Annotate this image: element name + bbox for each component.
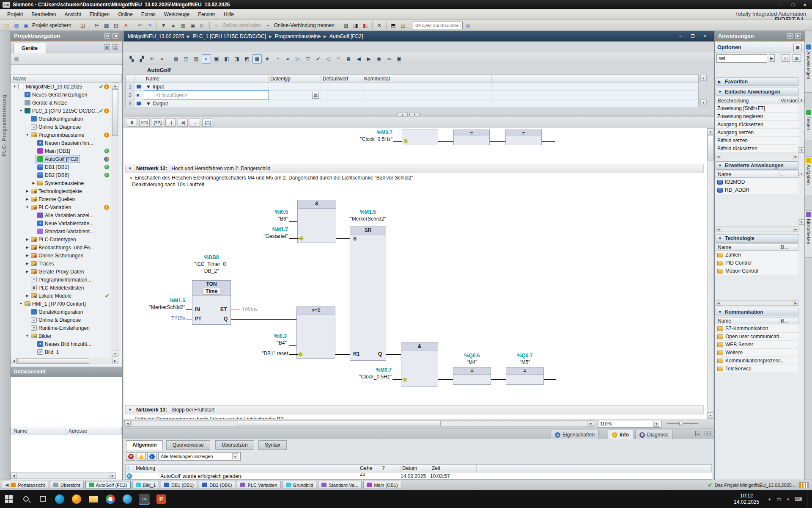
taskbar-standard-va[interactable]: Standard-Va... — [318, 481, 362, 489]
favorite-or-box-button[interactable]: >=1 — [139, 119, 150, 127]
row-expander-icon[interactable]: ▼ — [146, 101, 151, 107]
col-version[interactable]: . — [779, 171, 798, 177]
expander-closed-icon[interactable]: ▶ — [25, 294, 30, 298]
explorer-icon[interactable] — [88, 494, 99, 505]
maximize-button[interactable]: □ — [788, 1, 798, 8]
instr-hscroll-right-icon[interactable]: ▶ — [793, 300, 798, 306]
section-erweiterte-anweisungen[interactable]: ▼Erweiterte Anweisungen — [716, 161, 798, 170]
splitter-up-icon[interactable]: ▲ — [398, 113, 408, 116]
instr-hscroll-track[interactable] — [716, 154, 798, 159]
collapse-panel-icon[interactable]: ◀ — [112, 33, 118, 39]
expander-closed-icon[interactable]: ▶ — [25, 262, 30, 265]
iface-datentyp-cell[interactable] — [269, 100, 321, 107]
comment-toggle-icon[interactable]: ◐ — [202, 54, 211, 64]
tray-volume-icon[interactable]: ◖ — [786, 496, 789, 502]
favorite-empty-box-button[interactable]: [??] — [152, 119, 163, 127]
tab-geraete[interactable]: Geräte — [13, 43, 46, 53]
breadcrumb-item[interactable]: PLC_1 [CPU 1215C DC/DC/DC] — [193, 33, 266, 39]
absolute-operands-icon[interactable]: ▤ — [171, 54, 181, 64]
tree-vscroll-up-icon[interactable]: ▲ — [112, 83, 118, 89]
instruction-open-user-communicati[interactable]: Open user communicati... — [716, 333, 798, 341]
zoom-combo[interactable]: 110% ▼ — [598, 420, 661, 428]
message-filter-dropdown-icon[interactable]: ▼ — [232, 453, 238, 459]
cut-icon[interactable]: ✂ — [93, 21, 101, 30]
instruction-s7-kommunikation[interactable]: S7-Kommunikation — [716, 325, 798, 333]
detail-hscroll-track[interactable] — [11, 472, 116, 479]
subtab-allgemein[interactable]: Allgemein — [126, 440, 163, 450]
subtab-syntax[interactable]: Syntax — [258, 440, 287, 450]
breadcrumb-item[interactable]: AutoGolf [FC2] — [329, 33, 363, 39]
taskbar-plc-variablen[interactable]: PLC Variablen — [237, 481, 280, 489]
tree-item-ger-tekonfiguration[interactable]: Gerätekonfiguration — [11, 115, 111, 123]
delete-network-icon[interactable]: ▞ — [137, 54, 146, 64]
tree-item-runtime-einstellungen[interactable]: YRuntime-Einstellungen — [11, 324, 111, 332]
taskbar-bild-1[interactable]: Bild_1 — [132, 481, 159, 489]
split-horizontal-icon[interactable]: ⬒ — [389, 21, 398, 30]
iface-kommentar-cell[interactable] — [362, 91, 492, 99]
iface-name-cell[interactable]: ▼Output — [144, 100, 269, 107]
detail-view-header[interactable]: Detailansicht — [11, 367, 122, 377]
cross-references-icon[interactable]: ✕ — [375, 21, 384, 30]
fbd-operand-label[interactable]: %M0.7"Clock_0.5Hz" — [359, 367, 392, 380]
chrome-icon[interactable] — [105, 494, 116, 505]
tree-item-plc-variablen[interactable]: ▼PLC-Variablen! — [11, 203, 111, 211]
side-tab-anweisungen[interactable]: Anweisungen — [805, 43, 812, 93]
iface-name-cell[interactable]: ▼Input — [144, 83, 269, 90]
disconnect-plug-label[interactable]: Online-Verbindung trennen — [274, 22, 334, 28]
favorite-assign-button[interactable]: -| — [165, 119, 176, 127]
tray-network-icon[interactable]: ▭ — [776, 496, 781, 502]
split-vertical-icon[interactable]: ◫ — [399, 21, 407, 30]
page-view-icon[interactable]: ▦ — [104, 44, 110, 50]
fbd-operand-label[interactable]: %M1.5"MerkerSchild2" — [149, 297, 185, 311]
expander-open-icon[interactable]: ▼ — [12, 85, 17, 88]
col-version[interactable]: Version — [779, 98, 798, 104]
redo-icon[interactable]: ↷ — [145, 21, 154, 30]
inspector-collapse-icon[interactable]: ▾ — [705, 431, 710, 436]
search-project-icon[interactable]: ◎ — [464, 21, 472, 30]
print-icon[interactable]: ◫ — [79, 21, 87, 30]
instruction-ausgang-setzen[interactable]: Ausgang setzen — [716, 129, 798, 137]
iface-name-cell[interactable]: <Hinzufügen> — [144, 91, 269, 99]
message-col-zeit[interactable]: Zeit — [430, 465, 477, 472]
tree-hscroll-thumb[interactable] — [17, 358, 89, 364]
start-button[interactable] — [3, 494, 14, 505]
network-title-bar[interactable]: ▼Netzwerk 12:Hoch und Herabfahren vom 2.… — [125, 164, 704, 173]
taskbar-search-icon[interactable] — [20, 494, 31, 505]
tree-item-systembausteine[interactable]: ▶Systembausteine — [11, 179, 111, 187]
section-expanded-icon[interactable]: ▼ — [718, 310, 722, 314]
tree-item-online-diagnose[interactable]: ¿Online & Diagnose — [11, 123, 111, 131]
iface-row-output[interactable]: 3▼Output — [126, 100, 698, 108]
tree-item-neuen-baustein-hin[interactable]: ✶Neuen Baustein hin... — [11, 139, 111, 147]
compile-icon[interactable]: ▷ — [293, 54, 302, 64]
network-title-bar[interactable]: ▼Netzwerk 13:Stopp bei Frühstart — [125, 405, 704, 414]
tree-item-db1-db1[interactable]: DB1 [DB1] — [11, 163, 111, 171]
upload-from-device-icon[interactable]: ▲ — [169, 21, 178, 30]
taskbar-db2-db6[interactable]: DB2 (DB6) — [199, 481, 235, 489]
taskbar-portalansicht[interactable]: ◀Portalansicht — [2, 481, 48, 489]
instr-hscroll-left-icon[interactable]: ◀ — [716, 154, 721, 159]
fbd-operand-label[interactable]: %M1.5"MerkerSchild2" — [330, 209, 406, 222]
section-favoriten[interactable]: ▶Favoriten — [716, 77, 798, 86]
fbd-operand-label[interactable]: %Q0.7"M5" — [487, 352, 563, 366]
menu-hilfe[interactable]: Hilfe — [220, 10, 238, 19]
tree-item-beobachtungs-und-fo[interactable]: ▶Beobachtungs- und Fo... — [11, 243, 111, 251]
interface-splitter[interactable]: ▲ ▼ — [123, 112, 714, 117]
tree-column-header[interactable]: Name — [11, 75, 122, 83]
project-search-input[interactable] — [413, 22, 463, 29]
menu-projekt[interactable]: Projekt — [3, 10, 27, 19]
connect-plug-label[interactable]: Online verbinden — [222, 22, 261, 28]
menu-ansicht[interactable]: Ansicht — [60, 10, 85, 19]
fbd-box-and-2[interactable]: &✳ — [401, 342, 438, 387]
go-to-next-error-icon[interactable]: ◕ — [283, 54, 292, 64]
editor-minimize-button[interactable]: ─ — [676, 33, 685, 40]
fbd-operand-label[interactable]: %M1.7"Gestartet" — [263, 226, 288, 240]
instruction-web-server[interactable]: WEB Server — [716, 341, 798, 349]
tree-item-neues-bild-hinzuf[interactable]: ✶Neues Bild hinzufü... — [11, 340, 111, 348]
instructions-dock-icon[interactable]: ▭ — [787, 33, 793, 39]
message-col-gehe-zu[interactable]: Gehe zu — [358, 465, 380, 472]
tray-up-icon[interactable]: ▲ — [768, 497, 771, 501]
edge-icon[interactable] — [54, 494, 65, 505]
instr-hscroll-track[interactable] — [716, 300, 798, 306]
options-settings-icon[interactable]: ▦ — [793, 44, 802, 51]
tree-item-standard-variablent[interactable]: Standard-Variablent... — [11, 227, 111, 235]
